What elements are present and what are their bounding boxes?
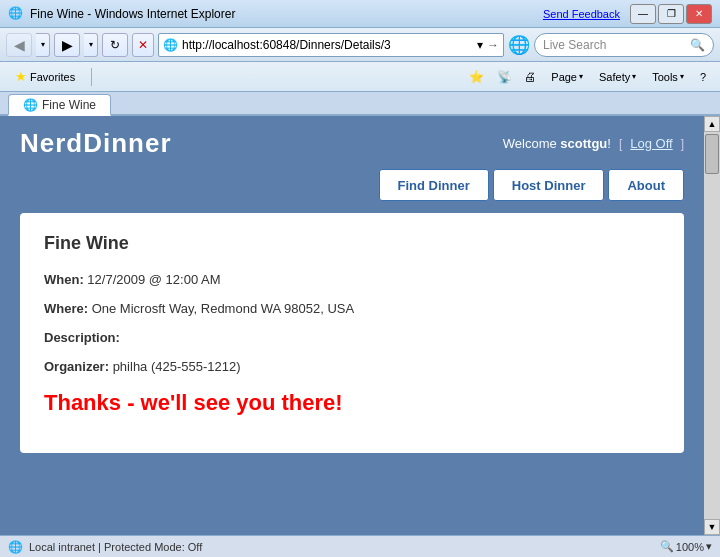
welcome-text: Welcome scottgu! <box>503 136 611 151</box>
when-label: When: <box>44 272 84 287</box>
address-go[interactable]: → <box>487 38 499 52</box>
ie-logo: 🌐 <box>508 34 530 56</box>
when-value: 12/7/2009 @ 12:00 AM <box>87 272 220 287</box>
toolbar-right-section: ⭐ 📡 🖨 Page ▾ Safety ▾ Tools ▾ ? <box>463 66 712 88</box>
zoom-level: 100% <box>676 541 704 553</box>
rss-button[interactable]: 📡 <box>493 66 515 88</box>
tab-fine-wine[interactable]: 🌐 Fine Wine <box>8 94 111 116</box>
header-right: Welcome scottgu! [ Log Off ] <box>503 136 684 151</box>
forward-dropdown[interactable]: ▾ <box>84 33 98 57</box>
status-bar: 🌐 Local intranet | Protected Mode: Off 🔍… <box>0 535 720 557</box>
scroll-track[interactable] <box>704 132 720 519</box>
title-bar: 🌐 Fine Wine - Windows Internet Explorer … <box>0 0 720 28</box>
navigation-bar: ◀ ▾ ▶ ▾ ↻ ✕ 🌐 http://localhost:60848/Din… <box>0 28 720 62</box>
username: scottgu <box>560 136 607 151</box>
restore-button[interactable]: ❐ <box>658 4 684 24</box>
description-label: Description: <box>44 330 120 345</box>
organizer-label: Organizer: <box>44 359 109 374</box>
refresh-button[interactable]: ↻ <box>102 33 128 57</box>
tools-dropdown-arrow: ▾ <box>680 72 684 81</box>
tools-label: Tools <box>652 71 678 83</box>
status-right: 🔍 100% ▾ <box>660 540 712 553</box>
welcome-prefix: Welcome <box>503 136 557 151</box>
about-button[interactable]: About <box>608 169 684 201</box>
scroll-up-button[interactable]: ▲ <box>704 116 720 132</box>
tools-menu[interactable]: Tools ▾ <box>646 66 690 88</box>
zoom-dropdown[interactable]: ▾ <box>706 540 712 553</box>
rsvp-message: Thanks - we'll see you there! <box>44 390 660 416</box>
toolbar-separator <box>91 68 92 86</box>
status-zone-text: Local intranet | Protected Mode: Off <box>29 541 654 553</box>
window-controls: — ❐ ✕ <box>630 4 712 24</box>
stop-button[interactable]: ✕ <box>132 33 154 57</box>
tab-favicon: 🌐 <box>23 98 37 112</box>
address-dropdown[interactable]: ▾ <box>477 38 483 52</box>
page-container: NerdDinner Welcome scottgu! [ Log Off ] … <box>0 116 720 535</box>
back-dropdown[interactable]: ▾ <box>36 33 50 57</box>
forward-button[interactable]: ▶ <box>54 33 80 57</box>
address-text: http://localhost:60848/Dinners/Details/3 <box>182 38 477 52</box>
description-row: Description: <box>44 330 660 345</box>
star-button[interactable]: ⭐ <box>463 66 489 88</box>
address-bar[interactable]: 🌐 http://localhost:60848/Dinners/Details… <box>158 33 504 57</box>
tab-label: Fine Wine <box>42 98 96 112</box>
zoom-icon: 🔍 <box>660 540 674 553</box>
site-title: NerdDinner <box>20 128 172 159</box>
find-dinner-button[interactable]: Find Dinner <box>379 169 489 201</box>
when-row: When: 12/7/2009 @ 12:00 AM <box>44 272 660 287</box>
page-menu[interactable]: Page ▾ <box>545 66 589 88</box>
logoff-bracket-open: [ <box>619 137 622 151</box>
page-dropdown-arrow: ▾ <box>579 72 583 81</box>
close-button[interactable]: ✕ <box>686 4 712 24</box>
send-feedback-link[interactable]: Send Feedback <box>543 8 620 20</box>
ie-icon: 🌐 <box>8 6 24 22</box>
address-icon: 🌐 <box>163 38 178 52</box>
zoom-button[interactable]: 🔍 100% ▾ <box>660 540 712 553</box>
safety-dropdown-arrow: ▾ <box>632 72 636 81</box>
scroll-down-button[interactable]: ▼ <box>704 519 720 535</box>
safety-label: Safety <box>599 71 630 83</box>
tab-bar: 🌐 Fine Wine <box>0 92 720 116</box>
toolbar: ★ Favorites ⭐ 📡 🖨 Page ▾ Safety ▾ Tools … <box>0 62 720 92</box>
title-bar-text: Fine Wine - Windows Internet Explorer <box>30 7 543 21</box>
page-label: Page <box>551 71 577 83</box>
where-row: Where: One Microsft Way, Redmond WA 9805… <box>44 301 660 316</box>
favorites-button[interactable]: ★ Favorites <box>8 66 82 88</box>
search-section: 🌐 Live Search 🔍 <box>508 33 714 57</box>
site-navigation: Find Dinner Host Dinner About <box>0 169 704 213</box>
status-icon: 🌐 <box>8 540 23 554</box>
scroll-thumb[interactable] <box>705 134 719 174</box>
help-button[interactable]: ? <box>694 66 712 88</box>
logoff-link[interactable]: Log Off <box>630 136 672 151</box>
search-icon: 🔍 <box>690 38 705 52</box>
help-label: ? <box>700 71 706 83</box>
safety-menu[interactable]: Safety ▾ <box>593 66 642 88</box>
dinner-detail-card: Fine Wine When: 12/7/2009 @ 12:00 AM Whe… <box>20 213 684 453</box>
live-search-placeholder: Live Search <box>543 38 690 52</box>
live-search-box[interactable]: Live Search 🔍 <box>534 33 714 57</box>
organizer-value: philha (425-555-1212) <box>113 359 241 374</box>
minimize-button[interactable]: — <box>630 4 656 24</box>
star-icon: ★ <box>15 69 27 84</box>
main-content: NerdDinner Welcome scottgu! [ Log Off ] … <box>0 116 704 535</box>
organizer-row: Organizer: philha (425-555-1212) <box>44 359 660 374</box>
content-area: Fine Wine When: 12/7/2009 @ 12:00 AM Whe… <box>0 213 704 535</box>
site-header: NerdDinner Welcome scottgu! [ Log Off ] <box>0 116 704 169</box>
logoff-bracket-close: ] <box>681 137 684 151</box>
dinner-title: Fine Wine <box>44 233 660 254</box>
vertical-scrollbar[interactable]: ▲ ▼ <box>704 116 720 535</box>
print-button[interactable]: 🖨 <box>519 66 541 88</box>
host-dinner-button[interactable]: Host Dinner <box>493 169 605 201</box>
where-value: One Microsft Way, Redmond WA 98052, USA <box>92 301 355 316</box>
favorites-label: Favorites <box>30 71 75 83</box>
back-button[interactable]: ◀ <box>6 33 32 57</box>
where-label: Where: <box>44 301 88 316</box>
welcome-exclaim: ! <box>607 136 611 151</box>
